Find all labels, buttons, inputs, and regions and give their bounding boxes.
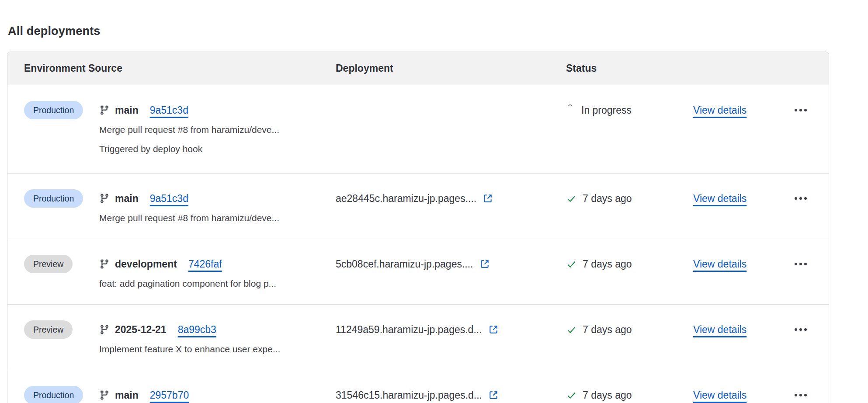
branch-name: development (115, 258, 177, 270)
status-text: 7 days ago (583, 193, 632, 205)
column-header-environment-source: Environment Source (24, 63, 336, 74)
branch-name: 2025-12-21 (115, 324, 167, 336)
status-cell: 7 days ago (566, 255, 693, 273)
status-cell: In progress (566, 101, 693, 119)
deployment-cell: 31546c15.haramizu-jp.pages.d... (336, 386, 566, 403)
ellipsis-icon[interactable] (794, 390, 808, 400)
source-cell: main 9a51c3d Merge pull request #8 from … (99, 189, 336, 223)
check-icon (566, 193, 577, 204)
page-title: All deployments (8, 24, 868, 38)
deployment-row: Production main 9a51c3d Merge pull reque… (7, 174, 829, 239)
commit-message: feat: add pagination component for blog … (99, 278, 336, 289)
deployment-cell (336, 101, 566, 119)
environment-badge: Production (24, 189, 83, 208)
external-link-icon[interactable] (483, 193, 493, 204)
status-text: 7 days ago (583, 324, 632, 336)
deployment-row: Production main 2957b70 Merge pull reque… (7, 370, 829, 403)
check-icon (566, 259, 577, 270)
external-link-icon[interactable] (488, 324, 499, 335)
commit-link[interactable]: 9a51c3d (150, 193, 188, 205)
environment-badge: Preview (24, 320, 73, 339)
environment-badge: Production (24, 386, 83, 403)
ellipsis-icon[interactable] (794, 259, 808, 269)
table-header-row: Environment Source Deployment Status (7, 52, 829, 85)
view-details-link[interactable]: View details (693, 104, 746, 116)
git-branch-icon (99, 105, 110, 115)
environment-badge: Production (24, 101, 83, 119)
branch-name: main (115, 389, 139, 401)
commit-link[interactable]: 8a99cb3 (178, 324, 216, 336)
column-header-status: Status (566, 63, 693, 74)
external-link-icon[interactable] (488, 390, 499, 400)
deployments-table: Environment Source Deployment Status Pro… (7, 52, 829, 403)
view-details-link[interactable]: View details (693, 324, 746, 336)
status-cell: 7 days ago (566, 189, 693, 208)
commit-message: Merge pull request #8 from haramizu/deve… (99, 213, 336, 223)
git-branch-icon (99, 193, 110, 204)
ellipsis-icon[interactable] (794, 325, 808, 334)
commit-message: Implement feature X to enhance user expe… (99, 344, 336, 354)
deployment-row: Preview development 7426faf feat: add pa… (7, 239, 829, 305)
deployments-page: All deployments Environment Source Deplo… (0, 0, 868, 38)
git-branch-icon (99, 390, 110, 400)
git-branch-icon (99, 259, 110, 269)
check-icon (566, 390, 577, 401)
spinner-icon (567, 104, 573, 110)
deployment-url[interactable]: 31546c15.haramizu-jp.pages.d... (336, 389, 482, 401)
deployment-url[interactable]: ae28445c.haramizu-jp.pages.... (336, 193, 476, 205)
status-text: 7 days ago (583, 258, 632, 270)
commit-message: Merge pull request #8 from haramizu/deve… (99, 125, 336, 135)
git-branch-icon (99, 324, 110, 335)
deployment-row: Preview 2025-12-21 8a99cb3 Implement fea… (7, 305, 829, 370)
status-text: 7 days ago (583, 389, 632, 401)
deployment-url[interactable]: 11249a59.haramizu-jp.pages.d... (336, 324, 482, 336)
view-details-link[interactable]: View details (693, 389, 746, 401)
trigger-note: Triggered by deploy hook (99, 144, 336, 154)
ellipsis-icon[interactable] (794, 194, 808, 203)
commit-link[interactable]: 7426faf (188, 258, 222, 270)
source-cell: main 9a51c3d Merge pull request #8 from … (99, 101, 336, 154)
source-cell: main 2957b70 Merge pull request #7 from … (99, 386, 336, 403)
ellipsis-icon[interactable] (794, 105, 808, 115)
environment-badge: Preview (24, 255, 73, 273)
deployment-row: Production main 9a51c3d Merge pull reque… (7, 85, 829, 174)
view-details-link[interactable]: View details (693, 193, 746, 205)
status-text: In progress (581, 104, 632, 116)
external-link-icon[interactable] (479, 259, 490, 269)
status-cell: 7 days ago (566, 320, 693, 339)
status-cell: 7 days ago (566, 386, 693, 403)
check-icon (566, 324, 577, 335)
branch-name: main (115, 104, 139, 116)
deployment-url[interactable]: 5cb08cef.haramizu-jp.pages.... (336, 258, 473, 270)
view-details-link[interactable]: View details (693, 258, 746, 270)
commit-link[interactable]: 2957b70 (150, 389, 189, 401)
branch-name: main (115, 193, 139, 205)
column-header-deployment: Deployment (336, 63, 566, 74)
deployment-cell: 11249a59.haramizu-jp.pages.d... (336, 320, 566, 339)
source-cell: 2025-12-21 8a99cb3 Implement feature X t… (99, 320, 336, 354)
source-cell: development 7426faf feat: add pagination… (99, 255, 336, 289)
deployment-cell: ae28445c.haramizu-jp.pages.... (336, 189, 566, 208)
deployment-cell: 5cb08cef.haramizu-jp.pages.... (336, 255, 566, 273)
commit-link[interactable]: 9a51c3d (150, 104, 188, 116)
